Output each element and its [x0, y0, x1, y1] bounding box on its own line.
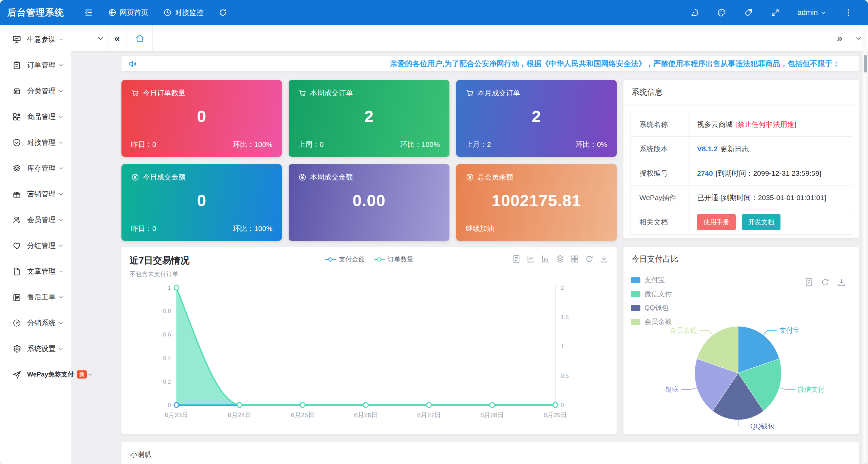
notice-bar: 亲爱的各位用户,为了配合公安净网行动，根据《中华人民共和国网络安全法》，严禁使用…	[121, 56, 859, 71]
line-chart-icon[interactable]	[526, 254, 536, 264]
stat-card-header: 今日订单数量	[131, 88, 272, 98]
sidebar-item-member-management[interactable]: 会员管理	[0, 207, 71, 233]
system-info-value-segment: 2740	[697, 169, 713, 177]
sidebar-item-system-settings[interactable]: 系统设置	[0, 336, 71, 362]
legend-swatch	[631, 277, 640, 283]
legend-item-payment-amount[interactable]: 支付金额	[325, 255, 365, 264]
message-icon[interactable]	[690, 8, 699, 17]
sidebar-item-label: 商品管理	[27, 112, 56, 121]
sidebar-item-category-management[interactable]: 分类管理	[0, 78, 71, 104]
download-icon[interactable]	[599, 254, 609, 264]
sidebar-item-dividend-management[interactable]: 分红管理	[0, 233, 71, 258]
stat-card-5: 本周成交金额0.00	[289, 164, 449, 241]
stat-card-value: 0	[131, 107, 272, 126]
nav-api-monitor[interactable]: 对接监控	[163, 8, 204, 17]
pie-legend-item[interactable]: 微信支付	[631, 289, 672, 298]
system-info-row: 相关文档使用手册开发文档	[631, 210, 852, 234]
stat-card-footer-left: 上周：0	[298, 140, 324, 149]
stat-card-header: 本周成交金额	[298, 172, 440, 182]
sidebar-item-distribution-system[interactable]: 分销系统	[0, 310, 71, 336]
main-content: 亲爱的各位用户,为了配合公安净网行动，根据《中华人民共和国网络安全法》，严禁使用…	[71, 52, 868, 464]
system-info-value-segment: [禁止任何非法用途]	[735, 120, 796, 129]
sidebar-item-order-management[interactable]: 订单管理	[0, 52, 71, 78]
sidebar-item-wepay-payment[interactable]: WePay免签支付新	[0, 362, 71, 387]
system-info-card: 系统信息 系统名称视多云商城 [禁止任何非法用途]系统版本V8.1.2 更新日志…	[623, 80, 859, 238]
horn-card: 小喇叭	[121, 442, 859, 464]
stat-card-footer-right: 环比：100%	[233, 140, 273, 149]
layers-icon	[12, 164, 21, 173]
kebab-menu-icon[interactable]	[844, 8, 853, 17]
sidebar-item-marketing-management[interactable]: 营销管理	[0, 181, 71, 207]
pie-legend-item[interactable]: QQ钱包	[631, 303, 672, 312]
transactions-chart-card: 近7日交易情况 不包含未支付订单 支付金额	[121, 247, 617, 434]
sidebar-item-label: 生意参谋	[27, 35, 56, 44]
stat-card-title: 今日订单数量	[143, 88, 186, 98]
pie-legend-item[interactable]: 支付宝	[631, 275, 672, 285]
svg-text:6月29日: 6月29日	[543, 411, 567, 419]
sidebar-item-label: 系统设置	[27, 344, 56, 353]
sidebar-item-integration-management[interactable]: 对接管理	[0, 130, 71, 155]
refresh-button[interactable]	[218, 8, 227, 17]
doc-button-manual[interactable]: 使用手册	[697, 214, 736, 230]
user-menu[interactable]: admin	[797, 8, 826, 17]
stat-card-1: 今日订单数量0昨日：0环比：100%	[121, 80, 282, 157]
tiled-icon[interactable]	[570, 254, 579, 264]
download-icon[interactable]	[837, 277, 846, 287]
category-bars-icon	[12, 86, 21, 96]
chevron-down-icon	[855, 35, 862, 42]
pie-title: 今日支付占比	[623, 247, 859, 271]
pie-legend-item[interactable]: 会员余额	[631, 317, 672, 326]
stat-card-footer-left: 昨日：0	[131, 224, 156, 233]
tag-icon[interactable]	[744, 8, 753, 17]
stack-icon[interactable]	[556, 254, 565, 264]
chevron-down-icon	[58, 88, 64, 94]
chart-toolbox	[512, 254, 609, 264]
tab-home[interactable]	[127, 25, 153, 51]
scroll-tabs-right-button[interactable]: »	[830, 25, 849, 51]
sidebar-item-product-management[interactable]: 商品管理	[0, 104, 71, 130]
file-icon	[12, 267, 21, 276]
system-info-row: WePay插件已开通 [到期时间：2035-01-01 01:01:01]	[631, 186, 852, 210]
stat-card-footer-right: 环比：100%	[233, 224, 273, 233]
system-info-title: 系统信息	[623, 80, 859, 104]
tab-options-button[interactable]	[94, 25, 107, 51]
palette-icon[interactable]	[717, 8, 726, 17]
legend-label: 支付金额	[339, 255, 365, 264]
legend-marker	[325, 257, 336, 262]
fullscreen-icon[interactable]	[771, 8, 780, 17]
gauge-icon	[12, 318, 21, 328]
doc-button-dev[interactable]: 开发文档	[742, 214, 780, 230]
restore-icon[interactable]	[585, 254, 594, 264]
legend-item-order-count[interactable]: 订单数量	[373, 255, 413, 264]
chevron-down-icon	[58, 346, 64, 352]
sidebar-item-business-advisor[interactable]: 生意参谋	[0, 26, 71, 52]
svg-text:0: 0	[168, 402, 171, 408]
sidebar-item-article-management[interactable]: 文章管理	[0, 258, 71, 284]
data-view-icon[interactable]	[512, 254, 521, 264]
svg-text:6月23日: 6月23日	[165, 411, 188, 419]
scroll-tabs-left-button[interactable]: «	[107, 25, 127, 51]
restore-icon[interactable]	[821, 277, 830, 287]
app-header: 后台管理系统 网页首页 对接监控 admin	[0, 0, 868, 25]
sidebar-item-label: 分红管理	[27, 241, 56, 250]
sidebar-item-after-sales-ticket[interactable]: 售后工单	[0, 284, 71, 310]
system-info-value-segment: 已开通 [到期时间：2035-01-01 01:01:01]	[697, 193, 826, 202]
svg-text:6月26日: 6月26日	[354, 411, 378, 419]
legend-swatch	[631, 291, 640, 297]
system-info-value-segment: 视多云商城	[697, 120, 735, 129]
system-info-value-segment: 更新日志	[718, 144, 749, 154]
nav-site-home[interactable]: 网页首页	[108, 8, 148, 17]
chevron-down-icon	[58, 114, 64, 120]
line-chart-svg: 00.20.40.60.8100.511.526月23日6月24日6月25日6月…	[130, 280, 609, 426]
sidebar-collapse-button[interactable]	[84, 8, 93, 17]
scrollbar-thumb[interactable]	[864, 55, 867, 73]
chevron-down-icon	[58, 217, 64, 223]
sidebar-item-label: 分销系统	[27, 318, 56, 328]
pie-legend: 支付宝微信支付QQ钱包会员余额	[631, 275, 672, 326]
sidebar-item-inventory-management[interactable]: 库存管理	[0, 155, 71, 181]
system-info-label: 系统版本	[631, 137, 689, 161]
bar-chart-icon[interactable]	[541, 254, 550, 264]
system-info-value: 已开通 [到期时间：2035-01-01 01:01:01]	[689, 189, 830, 207]
heart-icon	[12, 241, 21, 250]
data-view-icon[interactable]	[804, 277, 814, 287]
